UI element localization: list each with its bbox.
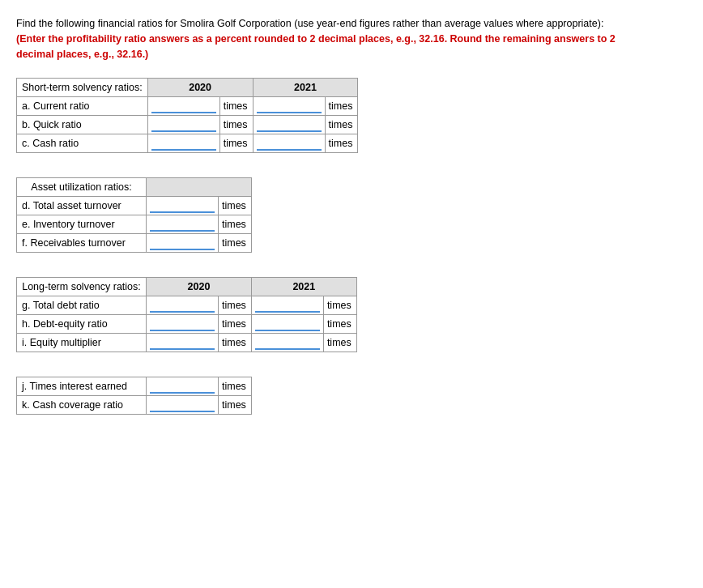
input-cell-e[interactable] — [147, 215, 219, 234]
input-cell-i-2020[interactable] — [147, 334, 219, 352]
coverage-section: j. Times interest earned times k. Cash c… — [16, 377, 687, 415]
unit-b-2021: times — [325, 116, 358, 134]
unit-c-2021: times — [325, 134, 358, 153]
unit-a-2021: times — [325, 97, 358, 116]
input-cell-c-2021[interactable] — [253, 134, 325, 153]
unit-e: times — [219, 215, 252, 234]
unit-b-2020: times — [219, 116, 253, 134]
row-label-c: c. Cash ratio — [17, 134, 148, 153]
input-b-2020[interactable] — [151, 117, 216, 132]
input-cell-k[interactable] — [147, 396, 219, 415]
input-cell-b-2021[interactable] — [253, 116, 325, 134]
input-cell-a-2021[interactable] — [253, 97, 325, 116]
asset-util-col-header — [147, 178, 252, 197]
instructions-block: Find the following financial ratios for … — [16, 16, 632, 62]
row-label-k: k. Cash coverage ratio — [17, 396, 147, 415]
input-j[interactable] — [150, 379, 215, 394]
input-i-2020[interactable] — [150, 335, 215, 350]
input-b-2021[interactable] — [257, 117, 322, 132]
row-label-a: a. Current ratio — [17, 97, 148, 116]
input-c-2021[interactable] — [257, 136, 322, 151]
col-2020-header: 2020 — [147, 79, 253, 97]
input-c-2020[interactable] — [151, 136, 216, 151]
input-cell-d[interactable] — [147, 197, 219, 215]
input-a-2021[interactable] — [257, 99, 322, 113]
input-k[interactable] — [150, 398, 215, 412]
input-cell-f[interactable] — [147, 234, 219, 253]
row-label-j: j. Times interest earned — [17, 377, 147, 396]
unit-j: times — [219, 377, 252, 396]
input-cell-g-2020[interactable] — [147, 296, 219, 315]
long-term-header: Long-term solvency ratios: — [17, 278, 147, 296]
unit-f: times — [219, 234, 252, 253]
unit-h-2021: times — [323, 315, 356, 334]
short-term-header: Short-term solvency ratios: — [17, 79, 148, 97]
unit-h-2020: times — [219, 315, 252, 334]
unit-g-2020: times — [219, 296, 252, 315]
long-term-solvency-table: Long-term solvency ratios: 2020 2021 g. … — [16, 277, 357, 352]
input-cell-b-2020[interactable] — [147, 116, 219, 134]
unit-k: times — [219, 396, 252, 415]
input-i-2021[interactable] — [255, 335, 320, 350]
unit-a-2020: times — [219, 97, 253, 116]
table-row: a. Current ratio times times — [17, 97, 358, 116]
table-row: f. Receivables turnover times — [17, 234, 252, 253]
lt-col-2020-header: 2020 — [147, 278, 252, 296]
unit-d: times — [219, 197, 252, 215]
row-label-g: g. Total debt ratio — [17, 296, 147, 315]
input-cell-i-2021[interactable] — [251, 334, 323, 352]
unit-i-2020: times — [219, 334, 252, 352]
input-d[interactable] — [150, 198, 215, 213]
col-2021-header: 2021 — [253, 79, 358, 97]
short-term-solvency-section: Short-term solvency ratios: 2020 2021 a.… — [16, 78, 687, 153]
input-a-2020[interactable] — [151, 99, 216, 113]
instructions-text: Find the following financial ratios for … — [16, 18, 616, 60]
table-row: g. Total debt ratio times times — [17, 296, 357, 315]
input-g-2021[interactable] — [255, 298, 320, 313]
input-h-2021[interactable] — [255, 317, 320, 331]
row-label-b: b. Quick ratio — [17, 116, 148, 134]
table-row: c. Cash ratio times times — [17, 134, 358, 153]
table-row: b. Quick ratio times times — [17, 116, 358, 134]
table-row: i. Equity multiplier times times — [17, 334, 357, 352]
row-label-d: d. Total asset turnover — [17, 197, 147, 215]
row-label-e: e. Inventory turnover — [17, 215, 147, 234]
asset-util-header: Asset utilization ratios: — [17, 178, 147, 197]
lt-col-2021-header: 2021 — [251, 278, 356, 296]
input-h-2020[interactable] — [150, 317, 215, 331]
row-label-i: i. Equity multiplier — [17, 334, 147, 352]
asset-utilization-section: Asset utilization ratios: d. Total asset… — [16, 177, 687, 253]
long-term-solvency-section: Long-term solvency ratios: 2020 2021 g. … — [16, 277, 687, 352]
table-row: e. Inventory turnover times — [17, 215, 252, 234]
table-row: j. Times interest earned times — [17, 377, 252, 396]
input-cell-a-2020[interactable] — [147, 97, 219, 116]
asset-utilization-table: Asset utilization ratios: d. Total asset… — [16, 177, 252, 253]
input-f[interactable] — [150, 236, 215, 250]
unit-g-2021: times — [323, 296, 356, 315]
input-cell-j[interactable] — [147, 377, 219, 396]
coverage-table: j. Times interest earned times k. Cash c… — [16, 377, 252, 415]
row-label-h: h. Debt-equity ratio — [17, 315, 147, 334]
input-g-2020[interactable] — [150, 298, 215, 313]
table-row: d. Total asset turnover times — [17, 197, 252, 215]
table-row: h. Debt-equity ratio times times — [17, 315, 357, 334]
table-row: k. Cash coverage ratio times — [17, 396, 252, 415]
row-label-f: f. Receivables turnover — [17, 234, 147, 253]
input-cell-g-2021[interactable] — [251, 296, 323, 315]
instructions-bold: (Enter the profitability ratio answers a… — [16, 33, 616, 60]
unit-c-2020: times — [219, 134, 253, 153]
input-cell-h-2021[interactable] — [251, 315, 323, 334]
input-e[interactable] — [150, 217, 215, 232]
input-cell-h-2020[interactable] — [147, 315, 219, 334]
unit-i-2021: times — [323, 334, 356, 352]
short-term-solvency-table: Short-term solvency ratios: 2020 2021 a.… — [16, 78, 358, 153]
input-cell-c-2020[interactable] — [147, 134, 219, 153]
